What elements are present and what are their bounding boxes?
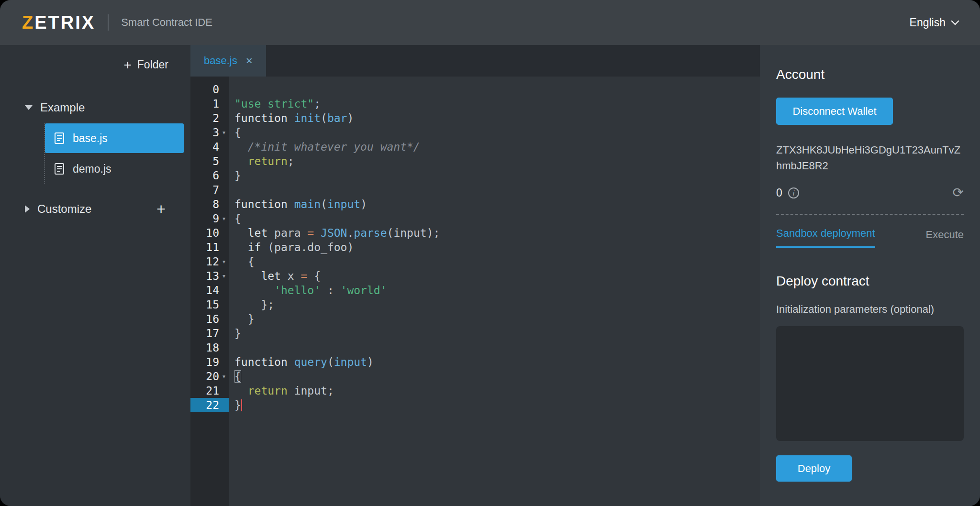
gutter-line-number[interactable]: 10 bbox=[190, 226, 229, 240]
code-line[interactable]: function init(bar) bbox=[234, 111, 760, 125]
gutter-line-number[interactable]: 16 bbox=[190, 312, 229, 326]
app-header: ZETRIX Smart Contract IDE English bbox=[0, 0, 980, 45]
logo-accent-letter: Z bbox=[22, 12, 34, 33]
gutter-line-number[interactable]: 9▾ bbox=[190, 211, 229, 226]
tab-execute[interactable]: Execute bbox=[926, 229, 964, 248]
group-label: Customize bbox=[37, 202, 91, 216]
chevron-down-icon bbox=[951, 17, 959, 25]
gutter-line-number[interactable]: 2 bbox=[190, 111, 229, 125]
deployment-tabs: Sandbox deployment Execute bbox=[776, 227, 964, 248]
fold-toggle-icon[interactable]: ▾ bbox=[219, 214, 229, 223]
deploy-contract-title: Deploy contract bbox=[776, 274, 964, 289]
code-line[interactable]: return; bbox=[234, 154, 760, 168]
gutter-line-number[interactable]: 13▾ bbox=[190, 269, 229, 283]
gutter-line-number[interactable]: 11 bbox=[190, 240, 229, 254]
wallet-address: ZTX3HK8JUbHeHi3GDgU1T23AunTvZhmbJE8R2 bbox=[776, 142, 964, 174]
code-line[interactable] bbox=[234, 341, 760, 355]
caret-right-icon bbox=[25, 205, 30, 213]
language-selector[interactable]: English bbox=[910, 16, 958, 29]
code-line[interactable]: function query(input) bbox=[234, 355, 760, 369]
file-tree: Example base.js bbox=[0, 45, 190, 221]
plus-icon: + bbox=[123, 60, 131, 70]
code-line[interactable]: if (para.do_foo) bbox=[234, 240, 760, 254]
account-title: Account bbox=[776, 67, 964, 82]
info-icon[interactable]: i bbox=[788, 187, 799, 198]
gutter-line-number[interactable]: 20▾ bbox=[190, 369, 229, 384]
gutter-line-number[interactable]: 1 bbox=[190, 97, 229, 111]
code-line[interactable]: { bbox=[234, 369, 760, 384]
code-line[interactable] bbox=[234, 82, 760, 97]
code-line[interactable]: { bbox=[234, 125, 760, 140]
init-params-label: Initialization parameters (optional) bbox=[776, 303, 964, 316]
sidebar-group-example[interactable]: Example bbox=[0, 96, 190, 120]
code-line[interactable]: let x = { bbox=[234, 269, 760, 283]
code-line[interactable]: { bbox=[234, 254, 760, 269]
gutter-line-number[interactable]: 6 bbox=[190, 168, 229, 183]
caret-down-icon bbox=[25, 105, 33, 110]
tab-label: base.js bbox=[204, 55, 237, 67]
gutter-line-number[interactable]: 5 bbox=[190, 154, 229, 168]
balance-row: 0 i ⟳ bbox=[776, 186, 964, 199]
disconnect-wallet-button[interactable]: Disconnect Wallet bbox=[776, 98, 893, 125]
gutter-line-number[interactable]: 8 bbox=[190, 197, 229, 211]
editor-tabbar: base.js × bbox=[190, 45, 760, 77]
code-line[interactable]: } bbox=[234, 398, 760, 412]
new-folder-label: Folder bbox=[137, 58, 168, 71]
header-divider bbox=[108, 14, 109, 31]
gutter-line-number[interactable]: 21 bbox=[190, 384, 229, 398]
gutter-line-number[interactable]: 18 bbox=[190, 341, 229, 355]
zetrix-logo: ZETRIX bbox=[22, 12, 95, 33]
add-file-button[interactable]: + bbox=[156, 200, 166, 218]
gutter-line-number[interactable]: 15 bbox=[190, 297, 229, 312]
fold-toggle-icon[interactable]: ▾ bbox=[219, 128, 229, 137]
fold-toggle-icon[interactable]: ▾ bbox=[219, 372, 229, 381]
logo-text: ETRIX bbox=[34, 12, 95, 33]
tab-sandbox-deployment[interactable]: Sandbox deployment bbox=[776, 227, 875, 248]
app-subtitle: Smart Contract IDE bbox=[121, 16, 212, 29]
fold-toggle-icon[interactable]: ▾ bbox=[219, 257, 229, 266]
file-explorer: + Folder Example base bbox=[0, 45, 190, 506]
editor-column: base.js × 0123▾456789▾101112▾13▾14151617… bbox=[190, 45, 760, 506]
dashed-divider bbox=[776, 214, 964, 215]
ide-window: ZETRIX Smart Contract IDE English + Fold… bbox=[0, 0, 980, 506]
file-item-base-js[interactable]: base.js bbox=[45, 123, 184, 153]
fold-toggle-icon[interactable]: ▾ bbox=[219, 272, 229, 280]
code-line[interactable]: } bbox=[234, 312, 760, 326]
file-name: demo.js bbox=[73, 163, 111, 176]
file-name: base.js bbox=[73, 132, 108, 145]
new-folder-button[interactable]: + Folder bbox=[123, 58, 168, 71]
code-line[interactable]: } bbox=[234, 168, 760, 183]
code-line[interactable]: 'hello' : 'world' bbox=[234, 283, 760, 297]
gutter-line-number[interactable]: 17 bbox=[190, 326, 229, 341]
code-line[interactable]: { bbox=[234, 211, 760, 226]
file-icon bbox=[55, 163, 64, 175]
gutter-line-number[interactable]: 19 bbox=[190, 355, 229, 369]
gutter-line-number[interactable]: 22 bbox=[190, 398, 229, 412]
deploy-button[interactable]: Deploy bbox=[776, 455, 852, 482]
init-params-textarea[interactable] bbox=[776, 326, 964, 441]
code-line[interactable]: } bbox=[234, 326, 760, 341]
code-line[interactable]: /*init whatever you want*/ bbox=[234, 140, 760, 154]
gutter-line-number[interactable]: 3▾ bbox=[190, 125, 229, 140]
gutter-line-number[interactable]: 14 bbox=[190, 283, 229, 297]
gutter-line-number[interactable]: 4 bbox=[190, 140, 229, 154]
file-list: base.js demo.js bbox=[44, 123, 190, 184]
gutter: 0123▾456789▾101112▾13▾14151617181920▾212… bbox=[190, 77, 229, 506]
refresh-icon[interactable]: ⟳ bbox=[953, 186, 964, 199]
code-editor[interactable]: 0123▾456789▾101112▾13▾14151617181920▾212… bbox=[190, 77, 760, 506]
balance-value: 0 bbox=[776, 187, 782, 199]
code-line[interactable]: "use strict"; bbox=[234, 97, 760, 111]
gutter-line-number[interactable]: 0 bbox=[190, 82, 229, 97]
code-line[interactable]: return input; bbox=[234, 384, 760, 398]
code-line[interactable] bbox=[234, 183, 760, 197]
code-area[interactable]: "use strict";function init(bar){ /*init … bbox=[229, 77, 760, 506]
tab-base-js[interactable]: base.js × bbox=[190, 45, 266, 77]
code-line[interactable]: let para = JSON.parse(input); bbox=[234, 226, 760, 240]
close-icon[interactable]: × bbox=[246, 54, 253, 67]
gutter-line-number[interactable]: 7 bbox=[190, 183, 229, 197]
sidebar-group-customize[interactable]: Customize + bbox=[0, 197, 190, 221]
file-item-demo-js[interactable]: demo.js bbox=[45, 154, 184, 184]
code-line[interactable]: function main(input) bbox=[234, 197, 760, 211]
code-line[interactable]: }; bbox=[234, 297, 760, 312]
gutter-line-number[interactable]: 12▾ bbox=[190, 254, 229, 269]
